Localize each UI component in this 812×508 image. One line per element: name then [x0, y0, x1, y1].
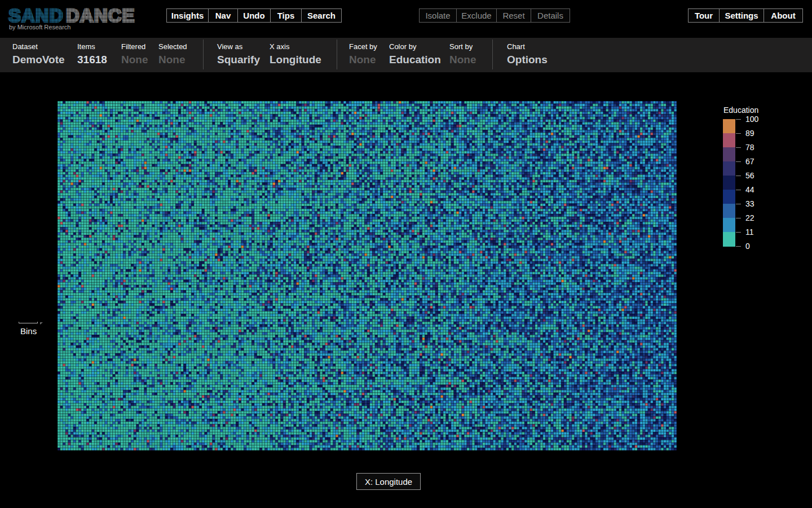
svg-text:SAND: SAND: [8, 5, 64, 24]
svg-text:DANCE: DANCE: [66, 5, 135, 24]
